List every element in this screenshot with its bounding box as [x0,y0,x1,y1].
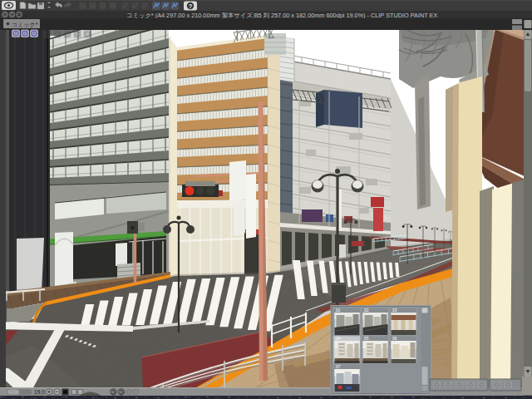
svg-text:36: 36 [392,336,397,341]
svg-text:33: 33 [392,308,397,313]
svg-text:19.0: 19.0 [34,389,45,395]
svg-text:?: ? [189,2,193,10]
svg-text:32: 32 [364,308,369,313]
svg-text:35: 35 [364,336,369,341]
svg-text:34: 34 [336,336,341,341]
svg-text:コミック* (A4 297.00 x 210.00mm 製本: コミック* (A4 297.00 x 210.00mm 製本サイズ:B5 判 2… [126,12,437,19]
svg-text:31: 31 [336,308,341,313]
svg-text:37: 37 [336,364,341,369]
svg-text:コミック*: コミック* [12,22,38,27]
